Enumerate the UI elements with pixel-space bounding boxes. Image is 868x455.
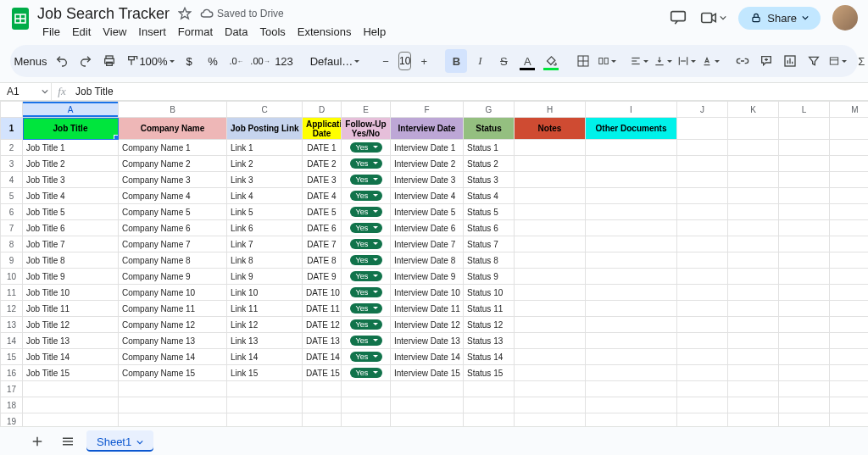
cell[interactable]: Job Title 5	[23, 204, 119, 220]
cell[interactable]	[586, 188, 677, 204]
cell[interactable]: Link 14	[227, 349, 303, 365]
cell[interactable]	[728, 172, 779, 188]
cell[interactable]: Status 1	[464, 140, 515, 156]
cell[interactable]: Yes	[342, 317, 391, 333]
cell[interactable]	[728, 349, 779, 365]
spreadsheet-grid[interactable]: ABCDEFGHIJKLM 1Job TitleCompany NameJob …	[0, 101, 868, 443]
cell[interactable]	[677, 301, 728, 317]
cell[interactable]	[586, 365, 677, 381]
cell[interactable]	[677, 204, 728, 220]
cell[interactable]	[677, 220, 728, 236]
followup-chip[interactable]: Yes	[350, 175, 382, 185]
cell[interactable]: Link 2	[227, 156, 303, 172]
cell[interactable]	[515, 188, 586, 204]
sheet-tab-sheet1[interactable]: Sheet1	[86, 430, 153, 452]
undo-button[interactable]	[51, 49, 73, 73]
cell[interactable]	[515, 252, 586, 269]
cell[interactable]	[586, 252, 677, 269]
cell[interactable]	[830, 365, 869, 381]
cell[interactable]: Company Name 1	[119, 140, 227, 156]
cell[interactable]	[779, 301, 830, 317]
cell[interactable]: Yes	[342, 252, 391, 269]
cell[interactable]	[464, 397, 515, 413]
name-box-dropdown[interactable]	[39, 88, 51, 95]
cell[interactable]: Job Title 2	[23, 156, 119, 172]
header-cell-a[interactable]: Job Title	[23, 118, 119, 140]
cell[interactable]: Interview Date 15	[391, 365, 464, 381]
cell[interactable]	[779, 236, 830, 252]
cell[interactable]	[586, 156, 677, 172]
cell[interactable]	[677, 365, 728, 381]
increase-decimal-button[interactable]: .00→	[249, 49, 271, 73]
cell[interactable]: Status 9	[464, 269, 515, 285]
cell[interactable]	[779, 317, 830, 333]
cell[interactable]: Interview Date 3	[391, 172, 464, 188]
cell[interactable]	[677, 381, 728, 397]
cell[interactable]	[515, 220, 586, 236]
header-cell-g[interactable]: Status	[464, 118, 515, 140]
cell[interactable]: Interview Date 14	[391, 349, 464, 365]
cell[interactable]	[728, 118, 779, 140]
cell[interactable]: Company Name 14	[119, 349, 227, 365]
cell[interactable]: Yes	[342, 349, 391, 365]
cell[interactable]	[515, 349, 586, 365]
row-header[interactable]: 12	[1, 301, 23, 317]
cell[interactable]: DATE 14	[303, 349, 342, 365]
cell[interactable]	[515, 269, 586, 285]
row-header[interactable]: 10	[1, 269, 23, 285]
cell[interactable]: Job Title 4	[23, 188, 119, 204]
followup-chip[interactable]: Yes	[350, 239, 382, 249]
strikethrough-button[interactable]: S	[492, 49, 515, 73]
cell[interactable]	[779, 172, 830, 188]
cell[interactable]	[830, 156, 869, 172]
cell[interactable]	[677, 118, 728, 140]
cell[interactable]: Link 1	[227, 140, 303, 156]
cell[interactable]: Company Name 3	[119, 172, 227, 188]
cell[interactable]: Interview Date 12	[391, 317, 464, 333]
functions-button[interactable]: Σ	[850, 49, 868, 73]
row-header[interactable]: 14	[1, 333, 23, 349]
cell[interactable]: Interview Date 7	[391, 236, 464, 252]
cell[interactable]	[728, 365, 779, 381]
cell[interactable]: DATE 9	[303, 269, 342, 285]
cell[interactable]	[830, 301, 869, 317]
menu-edit[interactable]: Edit	[67, 24, 96, 40]
header-cell-b[interactable]: Company Name	[119, 118, 227, 140]
cell[interactable]: Job Title 15	[23, 365, 119, 381]
cell[interactable]	[728, 397, 779, 413]
cell[interactable]: Interview Date 2	[391, 156, 464, 172]
column-header-I[interactable]: I	[586, 102, 677, 118]
number-format-button[interactable]: 123	[273, 49, 295, 73]
column-header-C[interactable]: C	[227, 102, 303, 118]
followup-chip[interactable]: Yes	[350, 336, 382, 346]
cell[interactable]: Status 15	[464, 365, 515, 381]
cell[interactable]: Status 10	[464, 285, 515, 301]
cell[interactable]: Job Title 6	[23, 220, 119, 236]
decrease-decimal-button[interactable]: .0←	[225, 49, 248, 73]
cell[interactable]: Job Title 1	[23, 140, 119, 156]
horizontal-align-button[interactable]	[628, 49, 650, 73]
cell[interactable]	[779, 333, 830, 349]
cell[interactable]: Yes	[342, 285, 391, 301]
cell[interactable]	[586, 236, 677, 252]
cell[interactable]	[728, 220, 779, 236]
cell[interactable]: Yes	[342, 333, 391, 349]
vertical-align-button[interactable]	[652, 49, 674, 73]
cell[interactable]: Company Name 10	[119, 285, 227, 301]
cell[interactable]	[779, 285, 830, 301]
search-menus[interactable]: Menus	[19, 49, 41, 73]
cell[interactable]: Job Title 8	[23, 252, 119, 269]
font-family-select[interactable]: Defaul…	[305, 49, 364, 73]
cell[interactable]	[830, 333, 869, 349]
cell[interactable]	[515, 140, 586, 156]
column-header-F[interactable]: F	[391, 102, 464, 118]
cell[interactable]: Yes	[342, 365, 391, 381]
cell[interactable]	[119, 381, 227, 397]
cell[interactable]: Company Name 7	[119, 236, 227, 252]
cell[interactable]	[515, 381, 586, 397]
cell[interactable]	[830, 285, 869, 301]
comment-history-icon[interactable]	[669, 8, 687, 27]
cell[interactable]	[227, 397, 303, 413]
row-header[interactable]: 5	[1, 188, 23, 204]
cell[interactable]: Job Title 3	[23, 172, 119, 188]
